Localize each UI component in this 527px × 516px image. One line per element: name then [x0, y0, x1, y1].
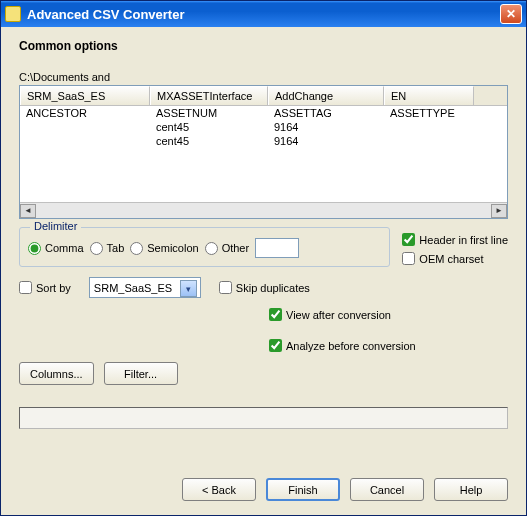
- window-title: Advanced CSV Converter: [27, 7, 185, 22]
- table-row[interactable]: cent45 9164: [20, 120, 507, 134]
- check-label: Analyze before conversion: [286, 340, 416, 352]
- check-label: OEM charset: [419, 253, 483, 265]
- table-row[interactable]: ANCESTOR ASSETNUM ASSETTAG ASSETTYPE: [20, 106, 507, 120]
- check-label: Skip duplicates: [236, 282, 310, 294]
- cell: cent45: [150, 134, 268, 148]
- column-header[interactable]: SRM_SaaS_ES: [20, 86, 150, 105]
- radio-label: Other: [222, 242, 250, 254]
- grid-body: ANCESTOR ASSETNUM ASSETTAG ASSETTYPE cen…: [20, 106, 507, 202]
- progress-bar: [19, 407, 508, 429]
- app-icon: [5, 6, 21, 22]
- delimiter-tab-radio[interactable]: Tab: [90, 242, 125, 255]
- content-area: Common options C:\Documents and SRM_SaaS…: [1, 27, 526, 468]
- radio-label: Comma: [45, 242, 84, 254]
- delimiter-other-input[interactable]: [255, 238, 299, 258]
- sort-by-select[interactable]: SRM_SaaS_ES: [89, 277, 201, 298]
- radio-label: Semicolon: [147, 242, 198, 254]
- path-label: C:\Documents and: [19, 71, 508, 83]
- scroll-left-button[interactable]: ◄: [20, 204, 36, 218]
- filter-button[interactable]: Filter...: [104, 362, 178, 385]
- column-header[interactable]: EN: [384, 86, 474, 105]
- header-first-line-checkbox[interactable]: Header in first line: [402, 233, 508, 246]
- app-window: Advanced CSV Converter ✕ Common options …: [0, 0, 527, 516]
- cell: [20, 120, 150, 134]
- delimiter-other-radio[interactable]: Other: [205, 242, 250, 255]
- horizontal-scrollbar[interactable]: ◄ ►: [20, 202, 507, 218]
- analyze-before-checkbox[interactable]: Analyze before conversion: [269, 339, 416, 352]
- scroll-right-button[interactable]: ►: [491, 204, 507, 218]
- delimiter-legend: Delimiter: [30, 220, 81, 232]
- help-button[interactable]: Help: [434, 478, 508, 501]
- preview-grid: SRM_SaaS_ES MXASSETInterface AddChange E…: [19, 85, 508, 219]
- check-label: Header in first line: [419, 234, 508, 246]
- sort-by-checkbox[interactable]: Sort by: [19, 281, 71, 294]
- delimiter-semicolon-radio[interactable]: Semicolon: [130, 242, 198, 255]
- check-label: Sort by: [36, 282, 71, 294]
- view-after-checkbox[interactable]: View after conversion: [269, 308, 391, 321]
- back-button[interactable]: < Back: [182, 478, 256, 501]
- cell: ANCESTOR: [20, 106, 150, 120]
- title-bar: Advanced CSV Converter ✕: [1, 1, 526, 27]
- select-value: SRM_SaaS_ES: [94, 282, 172, 294]
- cell: cent45: [150, 120, 268, 134]
- cancel-button[interactable]: Cancel: [350, 478, 424, 501]
- close-button[interactable]: ✕: [500, 4, 522, 24]
- finish-button[interactable]: Finish: [266, 478, 340, 501]
- table-row[interactable]: cent45 9164: [20, 134, 507, 148]
- cell: 9164: [268, 134, 384, 148]
- oem-charset-checkbox[interactable]: OEM charset: [402, 252, 508, 265]
- skip-duplicates-checkbox[interactable]: Skip duplicates: [219, 281, 310, 294]
- cell: ASSETTYPE: [384, 106, 474, 120]
- grid-header: SRM_SaaS_ES MXASSETInterface AddChange E…: [20, 86, 507, 106]
- cell: [384, 134, 474, 148]
- column-header[interactable]: AddChange: [268, 86, 384, 105]
- columns-button[interactable]: Columns...: [19, 362, 94, 385]
- cell: 9164: [268, 120, 384, 134]
- delimiter-group: Delimiter Comma Tab Semicolon: [19, 227, 390, 267]
- wizard-footer: < Back Finish Cancel Help: [1, 468, 526, 515]
- cell: ASSETTAG: [268, 106, 384, 120]
- cell: [20, 134, 150, 148]
- cell: [384, 120, 474, 134]
- close-icon: ✕: [506, 7, 516, 21]
- radio-label: Tab: [107, 242, 125, 254]
- column-header[interactable]: MXASSETInterface: [150, 86, 268, 105]
- cell: ASSETNUM: [150, 106, 268, 120]
- delimiter-comma-radio[interactable]: Comma: [28, 242, 84, 255]
- check-label: View after conversion: [286, 309, 391, 321]
- section-title: Common options: [19, 39, 508, 53]
